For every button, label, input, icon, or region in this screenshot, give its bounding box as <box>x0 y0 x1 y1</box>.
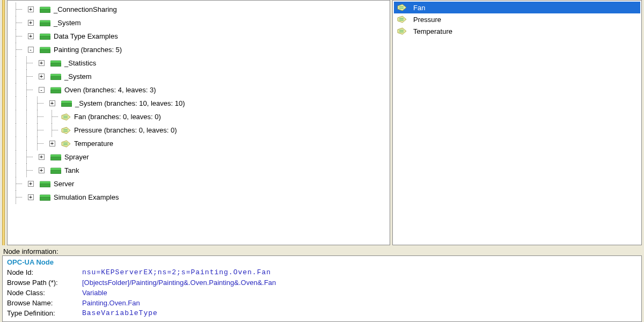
info-row-key: Type Definition: <box>7 308 82 318</box>
collapse-icon[interactable]: - <box>28 47 34 53</box>
tree-item-label: Painting (branches: 5) <box>54 46 122 54</box>
browse-tree[interactable]: +_ConnectionSharing+_System+Data Type Ex… <box>7 0 390 245</box>
tree-item-label: _ConnectionSharing <box>54 5 117 13</box>
tree-item[interactable]: +Sprayer <box>11 150 386 164</box>
tag-icon <box>61 127 71 134</box>
tree-item-label: Temperature <box>74 140 113 148</box>
folder-icon <box>50 86 61 93</box>
tree-item[interactable]: +_System <box>11 70 386 83</box>
info-header: OPC-UA Node <box>7 258 637 266</box>
folder-icon <box>40 180 50 187</box>
list-item-label: Pressure <box>413 16 441 24</box>
tree-item-label: Fan (branches: 0, leaves: 0) <box>74 113 161 121</box>
tree-item-label: Pressure (branches: 0, leaves: 0) <box>74 126 177 134</box>
tree-item[interactable]: +Server <box>11 177 386 191</box>
expand-icon[interactable]: + <box>39 74 45 79</box>
expand-icon[interactable]: + <box>39 60 45 66</box>
tag-icon <box>61 140 71 148</box>
node-info-panel: OPC-UA Node Node Id:nsu=KEPServerEX;ns=2… <box>2 255 642 322</box>
info-row: Node Class:Variable <box>7 288 637 298</box>
expand-icon[interactable]: + <box>49 141 55 147</box>
tree-item-label: Server <box>54 180 74 188</box>
expand-icon[interactable]: + <box>39 154 45 160</box>
info-row: Browse Path (*):[ObjectsFolder]/Painting… <box>7 277 637 288</box>
info-row-value: [ObjectsFolder]/Painting/Painting&.Oven.… <box>82 277 276 288</box>
tree-item[interactable]: +_ConnectionSharing <box>11 3 386 16</box>
folder-icon <box>40 33 50 40</box>
info-row-value: Variable <box>82 288 107 298</box>
tag-icon <box>397 4 407 11</box>
folder-icon <box>61 100 72 107</box>
expand-icon[interactable]: + <box>28 6 34 12</box>
info-row-key: Browse Name: <box>7 298 82 308</box>
list-item[interactable]: Temperature <box>394 25 640 37</box>
tree-item-label: _Statistics <box>64 59 96 67</box>
expand-icon[interactable]: + <box>28 181 34 187</box>
tag-icon <box>61 113 71 121</box>
expand-icon[interactable]: + <box>28 20 34 26</box>
tag-icon <box>397 16 407 23</box>
info-row: Browse Name:Painting.Oven.Fan <box>7 298 637 308</box>
tree-item[interactable]: +_System (branches: 10, leaves: 10) <box>11 97 386 110</box>
tree-item-label: Data Type Examples <box>54 32 118 40</box>
tree-item[interactable]: +Data Type Examples <box>11 30 386 43</box>
list-item[interactable]: Fan <box>394 2 640 13</box>
info-row-key: Node Id: <box>7 267 82 277</box>
tree-item-label: Simulation Examples <box>54 193 119 201</box>
folder-icon <box>40 46 50 53</box>
tree-item[interactable]: +_Statistics <box>11 56 386 70</box>
collapse-icon[interactable]: - <box>39 87 45 93</box>
expand-icon[interactable]: + <box>28 194 34 200</box>
tree-item[interactable]: -Oven (branches: 4, leaves: 3) <box>11 83 386 97</box>
tree-item-label: Sprayer <box>64 153 89 161</box>
tree-item[interactable]: +_System <box>11 16 386 30</box>
tree-item[interactable]: +Simulation Examples <box>11 191 386 204</box>
info-row-key: Browse Path (*): <box>7 277 82 288</box>
info-row-value: nsu=KEPServerEX;ns=2;s=Painting.Oven.Fan <box>82 267 271 277</box>
tree-item-label: _System <box>64 72 92 80</box>
tree-item-label: Oven (branches: 4, leaves: 3) <box>64 86 156 94</box>
folder-icon <box>40 6 50 13</box>
left-accent-strip <box>2 0 5 245</box>
tree-item-label: Tank <box>64 166 79 174</box>
folder-icon <box>40 194 50 201</box>
expand-icon[interactable]: + <box>39 167 45 173</box>
tree-item[interactable]: Fan (branches: 0, leaves: 0) <box>11 110 386 123</box>
expand-icon[interactable]: + <box>28 33 34 39</box>
info-row-key: Node Class: <box>7 288 82 298</box>
tree-item[interactable]: +Tank <box>11 164 386 177</box>
folder-icon <box>50 73 61 80</box>
info-row: Type Definition:BaseVariableType <box>7 308 637 318</box>
node-list[interactable]: FanPressureTemperature <box>392 0 642 245</box>
tree-item-label: _System (branches: 10, leaves: 10) <box>75 99 185 107</box>
info-row: Node Id:nsu=KEPServerEX;ns=2;s=Painting.… <box>7 267 637 277</box>
folder-icon <box>50 60 61 67</box>
info-row-value: BaseVariableType <box>82 308 158 318</box>
tree-item-label: _System <box>54 19 81 27</box>
folder-icon <box>50 153 61 160</box>
list-item[interactable]: Pressure <box>394 13 640 25</box>
folder-icon <box>50 167 61 174</box>
info-section-title: Node information: <box>0 246 644 255</box>
tree-item[interactable]: +Temperature <box>11 137 386 150</box>
tree-item[interactable]: -Painting (branches: 5) <box>11 43 386 56</box>
tag-icon <box>397 27 407 35</box>
list-item-label: Temperature <box>413 27 452 35</box>
tree-item[interactable]: Pressure (branches: 0, leaves: 0) <box>11 123 386 137</box>
expand-icon[interactable]: + <box>49 100 55 106</box>
folder-icon <box>40 19 50 26</box>
info-row-value: Painting.Oven.Fan <box>82 298 140 308</box>
list-item-label: Fan <box>413 4 425 12</box>
